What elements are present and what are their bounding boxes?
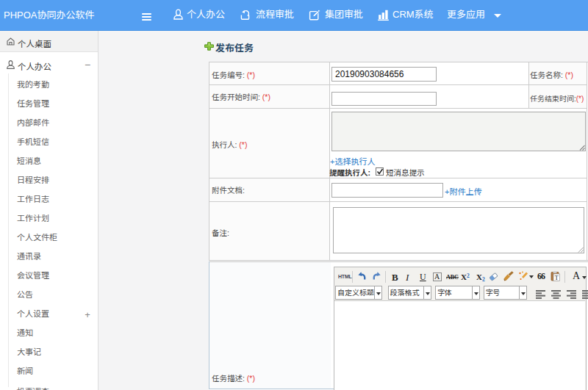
svg-text:T: T xyxy=(555,275,559,281)
